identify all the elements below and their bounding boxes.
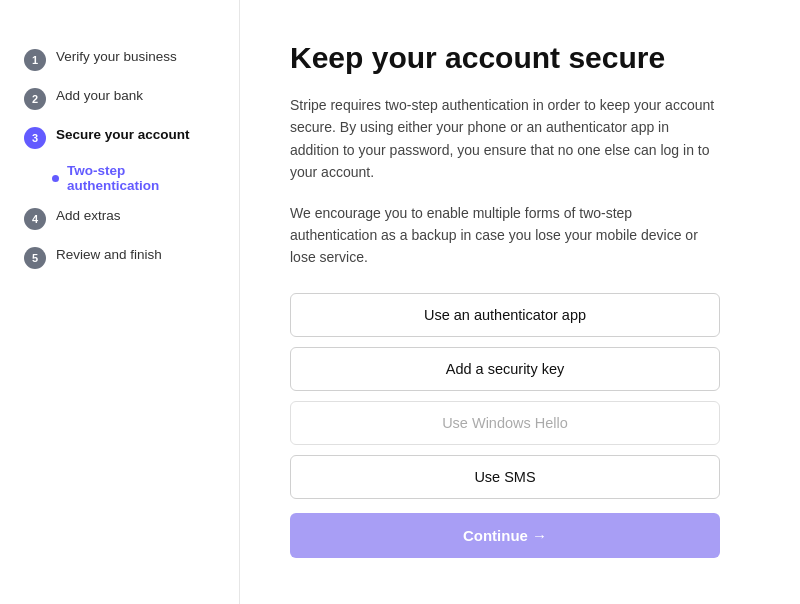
active-dot-icon (52, 175, 59, 182)
sidebar: 1 Verify your business 2 Add your bank 3… (0, 0, 240, 604)
sidebar-label-add-extras: Add extras (56, 207, 121, 226)
sidebar-item-add-bank[interactable]: 2 Add your bank (20, 79, 219, 118)
sidebar-item-add-extras[interactable]: 4 Add extras (20, 199, 219, 238)
main-content: Keep your account secure Stripe requires… (240, 0, 800, 604)
auth-options-group: Use an authenticator app Add a security … (290, 293, 720, 499)
use-windows-hello-button[interactable]: Use Windows Hello (290, 401, 720, 445)
step-number-5: 5 (24, 247, 46, 269)
sidebar-item-secure-account[interactable]: 3 Secure your account (20, 118, 219, 157)
sidebar-label-review-finish: Review and finish (56, 246, 162, 265)
use-sms-button[interactable]: Use SMS (290, 455, 720, 499)
description-2: We encourage you to enable multiple form… (290, 202, 720, 269)
sidebar-label-secure-account: Secure your account (56, 126, 190, 145)
continue-button[interactable]: Continue → (290, 513, 720, 558)
step-number-4: 4 (24, 208, 46, 230)
sidebar-sub-label-two-step: Two-step authentication (67, 163, 215, 193)
page-title: Keep your account secure (290, 40, 750, 76)
use-authenticator-app-button[interactable]: Use an authenticator app (290, 293, 720, 337)
sidebar-item-verify-business[interactable]: 1 Verify your business (20, 40, 219, 79)
step-number-3: 3 (24, 127, 46, 149)
step-number-2: 2 (24, 88, 46, 110)
sidebar-item-review-finish[interactable]: 5 Review and finish (20, 238, 219, 277)
description-1: Stripe requires two-step authentication … (290, 94, 720, 184)
sidebar-label-verify-business: Verify your business (56, 48, 177, 67)
add-security-key-button[interactable]: Add a security key (290, 347, 720, 391)
step-number-1: 1 (24, 49, 46, 71)
sidebar-label-add-bank: Add your bank (56, 87, 143, 106)
sidebar-sub-item-two-step[interactable]: Two-step authentication (20, 157, 219, 199)
